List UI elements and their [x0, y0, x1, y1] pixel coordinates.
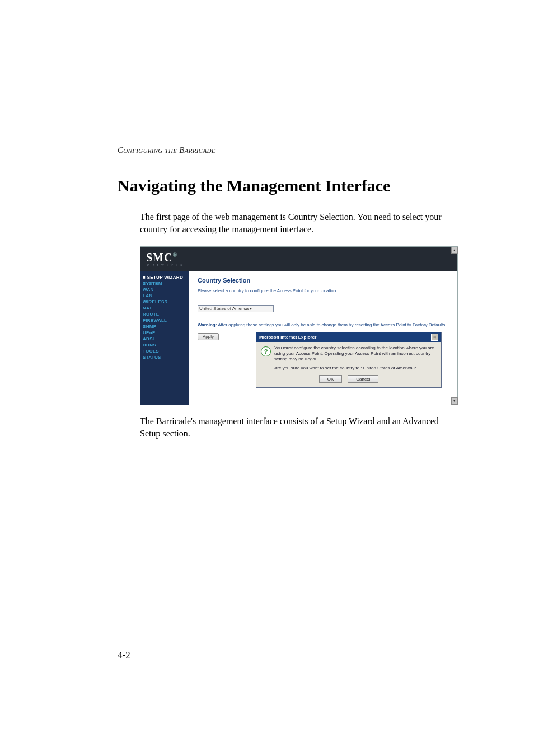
sidebar-item-upnp[interactable]: UPnP: [143, 330, 186, 335]
warning-label: Warning:: [198, 322, 217, 327]
sidebar-item-adsl[interactable]: ADSL: [143, 336, 186, 341]
nav-sidebar: ■ SETUP WIZARD SYSTEM WAN LAN WIRELESS N…: [140, 271, 189, 405]
apply-button[interactable]: Apply: [198, 333, 219, 340]
sidebar-item-lan[interactable]: LAN: [143, 293, 186, 298]
main-panel: Country Selection Please select a countr…: [189, 271, 457, 405]
intro-paragraph-2: The Barricade's management interface con…: [140, 415, 459, 440]
intro-paragraph-1: The first page of the web management is …: [140, 211, 459, 236]
dialog-message-1: You must configure the country selection…: [274, 345, 437, 362]
brand-logo: SMC®: [146, 251, 177, 264]
sidebar-item-setup-wizard[interactable]: ■ SETUP WIZARD: [143, 275, 186, 280]
sidebar-item-ddns[interactable]: DDNS: [143, 342, 186, 348]
panel-title: Country Selection: [198, 277, 448, 284]
dialog-title-text: Microsoft Internet Explorer: [259, 335, 316, 340]
confirm-dialog: Microsoft Internet Explorer × ? You must…: [256, 332, 442, 388]
cancel-button[interactable]: Cancel: [348, 375, 378, 383]
sidebar-item-firewall[interactable]: FIREWALL: [143, 318, 186, 323]
page-heading: Navigating the Management Interface: [118, 176, 459, 195]
sidebar-item-status[interactable]: STATUS: [143, 355, 186, 360]
panel-instruction: Please select a country to configure the…: [198, 288, 448, 293]
dialog-titlebar: Microsoft Internet Explorer ×: [256, 332, 441, 342]
country-select[interactable]: United States of America ▾: [198, 305, 274, 312]
app-header: SMC® N e t w o r k s: [140, 247, 457, 271]
ok-button[interactable]: OK: [319, 375, 343, 383]
scroll-up-icon[interactable]: ▴: [451, 247, 458, 254]
sidebar-item-snmp[interactable]: SNMP: [143, 324, 186, 329]
question-icon: ?: [261, 346, 271, 356]
brand-mark-icon: ®: [172, 252, 177, 259]
screenshot-figure: ▴ ▾ SMC® N e t w o r k s ■ SETUP WIZARD …: [140, 246, 458, 405]
dialog-message-2: Are you sure you want to set the country…: [274, 365, 437, 371]
sidebar-item-nat[interactable]: NAT: [143, 306, 186, 311]
page-number: 4-2: [118, 650, 130, 661]
brand-subtext: N e t w o r k s: [147, 263, 183, 266]
sidebar-item-wan[interactable]: WAN: [143, 287, 186, 292]
warning-text: After applying these settings you will o…: [218, 322, 446, 327]
panel-warning: Warning: After applying these settings y…: [198, 322, 448, 327]
sidebar-item-system[interactable]: SYSTEM: [143, 281, 186, 286]
running-header: Configuring the Barricade: [118, 145, 459, 155]
sidebar-item-route[interactable]: ROUTE: [143, 312, 186, 317]
close-icon[interactable]: ×: [431, 334, 438, 341]
sidebar-item-tools[interactable]: TOOLS: [143, 349, 186, 354]
sidebar-item-wireless[interactable]: WIRELESS: [143, 299, 186, 304]
brand-text: SMC: [146, 251, 172, 264]
